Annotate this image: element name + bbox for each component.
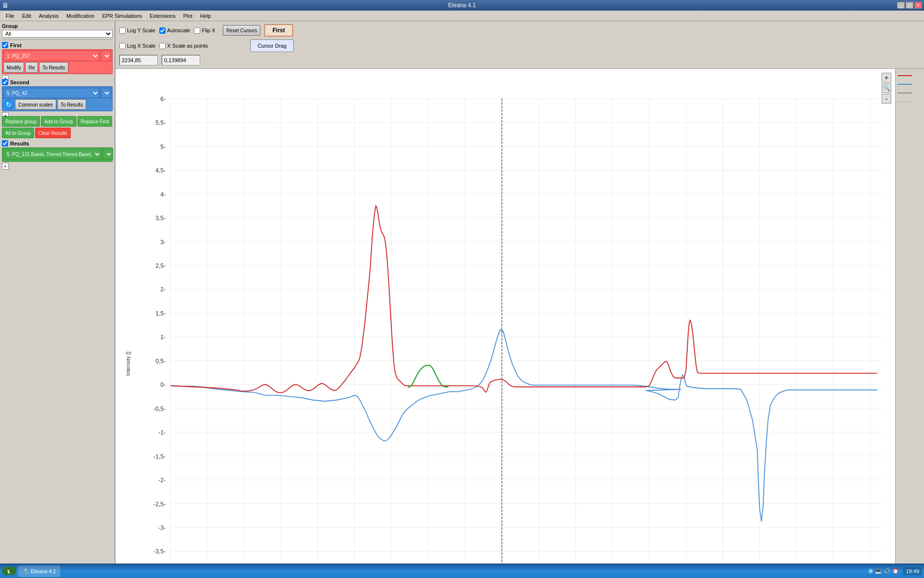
log-y-scale-label[interactable]: Log Y Scale: [119, 27, 155, 34]
spin-button[interactable]: ↻: [3, 99, 14, 110]
group-dropdown[interactable]: All: [2, 30, 113, 38]
taskbar: 🐧 🔬 Eleana 4.1 🖥 💻 🔊 ⏰ 19:49: [0, 564, 924, 578]
main-content: Group All First 1. PQ_257 ▼: [0, 21, 924, 564]
taskbar-right: 🖥 💻 🔊 ⏰ 19:49: [868, 567, 922, 575]
second-to-results-button[interactable]: To Results: [57, 99, 87, 110]
plot-toolbar: Log Y Scale Autoscale Flip X Reset Curso…: [116, 21, 924, 69]
add-to-group-button[interactable]: Add to Group: [41, 116, 76, 127]
maximize-button[interactable]: □: [906, 2, 913, 9]
first-add-row: +: [2, 75, 113, 77]
svg-text:4-: 4-: [160, 191, 166, 198]
menu-analysis[interactable]: Analysis: [35, 12, 63, 20]
svg-text:5-: 5-: [160, 144, 166, 150]
x-scale-points-label[interactable]: X Scale as points: [159, 43, 208, 49]
modify-button[interactable]: Modify: [3, 62, 24, 73]
title-bar-controls: _ □ ✕: [897, 2, 922, 9]
log-y-scale-checkbox[interactable]: [119, 27, 126, 34]
cursor-value2[interactable]: [162, 55, 200, 66]
log-x-scale-label[interactable]: Log X Scale: [119, 43, 155, 49]
app-icon: 🔬: [22, 568, 29, 574]
autoscale-checkbox[interactable]: [159, 27, 166, 34]
group-label: Group: [2, 23, 113, 29]
legend-gray1: [898, 90, 922, 96]
menu-modification[interactable]: Modification: [63, 12, 99, 20]
toolbar-row3: [119, 55, 294, 66]
svg-text:-3-: -3-: [158, 525, 166, 531]
system-tray: 🖥 💻 🔊 ⏰: [868, 568, 899, 574]
results-section: Results 5. PQ_131.BaseL-Trimed.Trimed.Ba…: [2, 140, 113, 165]
x-scale-points-checkbox[interactable]: [159, 43, 166, 49]
group-section: Group All: [2, 23, 113, 38]
chart-area[interactable]: 6- 5,5- 5- 4,5- 4- 3,5- 3- 2,5- 2- 1,5- …: [135, 69, 895, 564]
svg-text:3-: 3-: [160, 239, 166, 246]
results-add-row: +: [2, 163, 113, 165]
menu-epr-simulations[interactable]: EPR Simulations: [98, 12, 146, 20]
clear-results-button[interactable]: Clear Results: [35, 128, 71, 138]
svg-text:-2,5-: -2,5-: [154, 501, 166, 508]
results-panel: 5. PQ_131.BaseL-Trimed.Trimed.BaseL ▼: [2, 147, 113, 162]
first-section: First 1. PQ_257 ▼ Modify Re To Results: [2, 42, 113, 77]
svg-text:1,5-: 1,5-: [155, 310, 166, 317]
svg-text:2-: 2-: [160, 286, 166, 293]
toolbar-row2: Log X Scale X Scale as points Cursor Dra…: [119, 39, 294, 52]
menu-plot[interactable]: Plot: [180, 12, 196, 20]
reset-cursors-button[interactable]: Reset Cursors: [223, 25, 260, 36]
results-dataset-select[interactable]: 5. PQ_131.BaseL-Trimed.Trimed.BaseL: [3, 149, 102, 159]
y-axis-label: Intensity []: [125, 352, 131, 376]
y-axis-container: Intensity []: [116, 69, 135, 564]
svg-text:-2-: -2-: [158, 477, 166, 484]
legend-panel: baseline: [895, 69, 924, 564]
svg-text:-1,5-: -1,5-: [154, 453, 166, 460]
svg-text:2,5-: 2,5-: [155, 263, 166, 269]
win-icon: 🖥: [2, 1, 9, 9]
re-button[interactable]: Re: [25, 62, 38, 73]
title-bar: 🖥 Eleana 4.1 _ □ ✕: [0, 0, 924, 11]
svg-rect-0: [135, 69, 895, 564]
action-buttons: Replace group Add to Group Replace First…: [2, 116, 113, 138]
all-to-group-button[interactable]: All to Group: [2, 128, 34, 138]
replace-group-button[interactable]: Replace group: [2, 116, 40, 127]
flip-x-label[interactable]: Flip X: [194, 27, 215, 34]
cursor-value1[interactable]: [119, 55, 158, 66]
start-button[interactable]: 🐧: [2, 567, 16, 575]
first-button[interactable]: First: [264, 24, 293, 37]
close-button[interactable]: ✕: [914, 2, 922, 9]
svg-text:5,5-: 5,5-: [155, 119, 166, 126]
menu-file[interactable]: File: [2, 12, 18, 20]
log-x-scale-checkbox[interactable]: [119, 43, 126, 49]
autoscale-label[interactable]: Autoscale: [159, 27, 190, 34]
legend-gray2: [898, 99, 922, 105]
results-dataset-arrow[interactable]: ▼: [103, 149, 113, 159]
menu-extensions[interactable]: Extensions: [146, 12, 180, 20]
zoom-out-button[interactable]: -: [882, 94, 891, 104]
time-display: 19:49: [903, 567, 922, 575]
second-dataset-arrow[interactable]: ▼: [101, 88, 111, 98]
common-scales-button[interactable]: Common scales: [15, 99, 56, 110]
first-dataset-arrow[interactable]: ▼: [101, 51, 111, 61]
tray-icon4: ⏰: [892, 568, 899, 574]
second-dataset-select[interactable]: 5. PQ_42: [3, 88, 100, 98]
svg-text:0-: 0-: [160, 381, 166, 388]
toolbar-row1: Log Y Scale Autoscale Flip X Reset Curso…: [119, 24, 294, 37]
zoom-search-button[interactable]: 🔍: [882, 83, 891, 93]
menu-help[interactable]: Help: [196, 12, 215, 20]
flip-x-checkbox[interactable]: [194, 27, 200, 34]
chart-svg: 6- 5,5- 5- 4,5- 4- 3,5- 3- 2,5- 2- 1,5- …: [135, 69, 895, 564]
replace-first-button[interactable]: Replace First: [77, 116, 113, 127]
svg-text:3,5-: 3,5-: [155, 215, 166, 222]
menu-edit[interactable]: Edit: [18, 12, 35, 20]
results-add-button[interactable]: +: [2, 163, 9, 170]
first-to-results-button[interactable]: To Results: [39, 62, 68, 73]
plot-container: Intensity []: [116, 69, 924, 564]
first-checkbox[interactable]: [2, 42, 8, 48]
minimize-button[interactable]: _: [897, 2, 905, 9]
second-checkbox[interactable]: [2, 79, 8, 85]
results-checkbox[interactable]: [2, 140, 8, 146]
window-title: Eleana 4.1: [448, 2, 475, 9]
cursor-drag-button[interactable]: Cursor Drag: [250, 39, 294, 52]
zoom-in-button[interactable]: +: [882, 73, 891, 82]
legend-red: [898, 73, 922, 79]
first-label: First: [10, 42, 22, 48]
first-dataset-select[interactable]: 1. PQ_257: [3, 51, 100, 61]
taskbar-app[interactable]: 🔬 Eleana 4.1: [18, 565, 60, 577]
